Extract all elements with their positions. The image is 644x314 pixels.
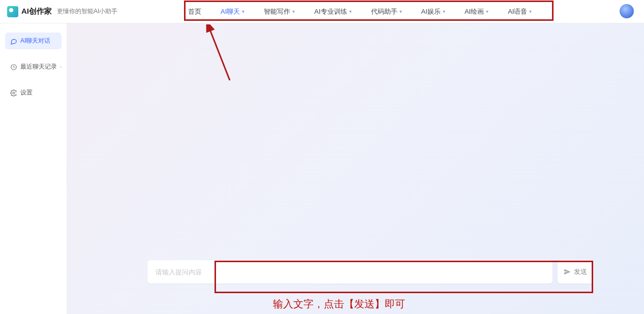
nav-code-assistant[interactable]: 代码助手 ▾: [371, 7, 402, 16]
nav-label: AI娱乐: [421, 7, 441, 16]
brand-tagline: 更懂你的智能AI小助手: [57, 7, 117, 16]
nav-ai-drawing[interactable]: AI绘画 ▾: [465, 7, 488, 16]
nav-label: AI聊天: [221, 7, 240, 16]
nav-ai-voice[interactable]: AI语音 ▾: [508, 7, 532, 16]
nav-ai-training[interactable]: AI专业训练 ▾: [314, 7, 351, 16]
chevron-down-icon: ▾: [486, 9, 488, 14]
nav-label: AI语音: [508, 7, 527, 16]
chat-input-row: 发送: [147, 260, 593, 284]
send-label: 发送: [574, 267, 587, 276]
header: AI创作家 更懂你的智能AI小助手 首页 AI聊天 ▾ 智能写作 ▾ AI专业训…: [0, 0, 644, 23]
chevron-down-icon: ▾: [529, 9, 532, 14]
nav-label: 首页: [188, 7, 201, 16]
chat-icon: [10, 38, 17, 45]
body: AI聊天对话 最近聊天记录 › 设置 发送: [0, 23, 644, 314]
chevron-down-icon: ▾: [349, 9, 352, 14]
main-nav: 首页 AI聊天 ▾ 智能写作 ▾ AI专业训练 ▾ 代码助手 ▾ AI娱乐 ▾ …: [188, 7, 532, 16]
sidebar-item-settings[interactable]: 设置: [5, 84, 62, 101]
nav-label: AI专业训练: [314, 7, 347, 16]
sidebar: AI聊天对话 最近聊天记录 › 设置: [0, 23, 67, 314]
brand-logo-icon: [7, 6, 18, 17]
sidebar-item-label: 设置: [20, 88, 33, 97]
sidebar-item-label: 最近聊天记录: [20, 62, 57, 71]
nav-label: 智能写作: [264, 7, 290, 16]
sidebar-item-history[interactable]: 最近聊天记录 ›: [5, 58, 62, 75]
svg-point-1: [13, 92, 15, 94]
sidebar-item-label: AI聊天对话: [20, 37, 50, 45]
brand-name: AI创作家: [21, 7, 52, 16]
main-panel: 发送 输入文字，点击【发送】即可: [67, 23, 644, 314]
avatar[interactable]: [620, 4, 634, 18]
history-icon: [10, 64, 17, 71]
annotation-instruction: 输入文字，点击【发送】即可: [273, 297, 405, 311]
send-icon: [564, 268, 571, 275]
nav-label: 代码助手: [371, 7, 397, 16]
nav-smart-writing[interactable]: 智能写作 ▾: [264, 7, 295, 16]
chevron-down-icon: ▾: [292, 9, 295, 14]
chevron-down-icon: ▾: [400, 9, 402, 14]
brand[interactable]: AI创作家: [7, 6, 52, 17]
chat-history-area: [147, 35, 593, 289]
nav-home[interactable]: 首页: [188, 7, 201, 16]
sidebar-item-ai-chat[interactable]: AI聊天对话: [5, 33, 62, 49]
nav-ai-entertainment[interactable]: AI娱乐 ▾: [421, 7, 445, 16]
nav-label: AI绘画: [465, 7, 484, 16]
nav-ai-chat[interactable]: AI聊天 ▾: [221, 7, 244, 16]
settings-icon: [10, 89, 17, 97]
chat-input[interactable]: [147, 260, 553, 284]
chevron-right-icon: ›: [60, 64, 62, 70]
chevron-down-icon: ▾: [443, 9, 445, 14]
send-button[interactable]: 发送: [558, 260, 593, 284]
chevron-down-icon: ▾: [242, 9, 244, 14]
